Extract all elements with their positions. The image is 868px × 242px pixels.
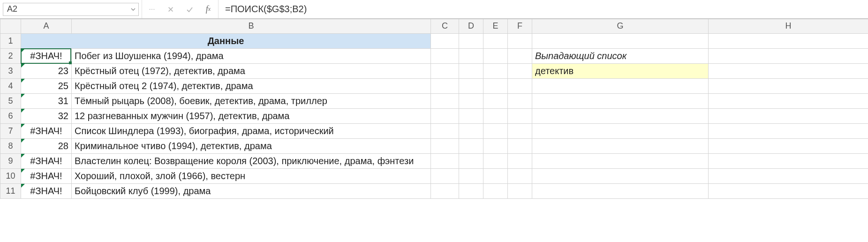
cell-C10[interactable] <box>431 168 459 183</box>
cell-E3[interactable] <box>483 63 508 78</box>
cell-A9[interactable]: #ЗНАЧ! <box>21 153 72 168</box>
cell-B10[interactable]: Хороший, плохой, злой (1966), вестерн <box>72 168 431 183</box>
row-header-9[interactable]: 9 <box>0 153 21 168</box>
cell-G4[interactable] <box>532 78 709 93</box>
row-header-3[interactable]: 3 <box>0 63 21 78</box>
cell-D10[interactable] <box>459 168 483 183</box>
row-header-6[interactable]: 6 <box>0 108 21 123</box>
cell-B7[interactable]: Список Шиндлера (1993), биография, драма… <box>72 123 431 138</box>
cell[interactable] <box>459 33 483 48</box>
row-header-2[interactable]: 2 <box>0 48 21 63</box>
cell-A11[interactable]: #ЗНАЧ! <box>21 183 72 198</box>
cell-F10[interactable] <box>508 168 532 183</box>
cell-E5[interactable] <box>483 93 508 108</box>
chevron-down-icon[interactable] <box>131 7 136 12</box>
cell-D5[interactable] <box>459 93 483 108</box>
cell[interactable] <box>709 33 868 48</box>
row-header-7[interactable]: 7 <box>0 123 21 138</box>
cell-G6[interactable] <box>532 108 709 123</box>
cell[interactable] <box>483 33 508 48</box>
column-header-C[interactable]: C <box>431 19 459 33</box>
data-header-cell[interactable]: Данные <box>21 33 431 48</box>
cell-E10[interactable] <box>483 168 508 183</box>
cell-G9[interactable] <box>532 153 709 168</box>
column-header-D[interactable]: D <box>459 19 483 33</box>
cell-H8[interactable] <box>709 138 868 153</box>
cell-C11[interactable] <box>431 183 459 198</box>
cell-E4[interactable] <box>483 78 508 93</box>
cell-B3[interactable]: Крёстный отец (1972), детектив, драма <box>72 63 431 78</box>
cell-H2[interactable] <box>709 48 868 63</box>
cancel-icon[interactable] <box>166 4 176 15</box>
cell-C5[interactable] <box>431 93 459 108</box>
cell-D2[interactable] <box>459 48 483 63</box>
cell[interactable] <box>431 33 459 48</box>
cell-F8[interactable] <box>508 138 532 153</box>
cell-C3[interactable] <box>431 63 459 78</box>
cell-A4[interactable]: 25 <box>21 78 72 93</box>
row-header-5[interactable]: 5 <box>0 93 21 108</box>
formula-input[interactable]: =ПОИСК($G$3;B2) <box>219 0 868 18</box>
cell-G2[interactable]: Выпадающий список <box>532 48 709 63</box>
row-header-4[interactable]: 4 <box>0 78 21 93</box>
cell-F2[interactable] <box>508 48 532 63</box>
cell-C8[interactable] <box>431 138 459 153</box>
cell-E2[interactable] <box>483 48 508 63</box>
column-header-G[interactable]: G <box>532 19 709 33</box>
cell-F3[interactable] <box>508 63 532 78</box>
cell-A7[interactable]: #ЗНАЧ! <box>21 123 72 138</box>
cell-G7[interactable] <box>532 123 709 138</box>
cell-H10[interactable] <box>709 168 868 183</box>
select-all-corner[interactable] <box>0 19 21 33</box>
expand-formula-bar-icon[interactable] <box>147 4 157 15</box>
cell-D7[interactable] <box>459 123 483 138</box>
cell-B6[interactable]: 12 разгневанных мужчин (1957), детектив,… <box>72 108 431 123</box>
cell-G11[interactable] <box>532 183 709 198</box>
cell-D4[interactable] <box>459 78 483 93</box>
cell-B4[interactable]: Крёстный отец 2 (1974), детектив, драма <box>72 78 431 93</box>
cell-A10[interactable]: #ЗНАЧ! <box>21 168 72 183</box>
insert-function-button[interactable]: fx <box>203 4 213 15</box>
cell-A8[interactable]: 28 <box>21 138 72 153</box>
enter-icon[interactable] <box>184 4 195 15</box>
cell-D8[interactable] <box>459 138 483 153</box>
cell-A6[interactable]: 32 <box>21 108 72 123</box>
cell-C9[interactable] <box>431 153 459 168</box>
cell-F4[interactable] <box>508 78 532 93</box>
cell-E6[interactable] <box>483 108 508 123</box>
cell-G5[interactable] <box>532 93 709 108</box>
cell-D6[interactable] <box>459 108 483 123</box>
cell[interactable] <box>508 33 532 48</box>
cell-H5[interactable] <box>709 93 868 108</box>
cell-B2[interactable]: Побег из Шоушенка (1994), драма <box>72 48 431 63</box>
cell-C2[interactable] <box>431 48 459 63</box>
cell-F7[interactable] <box>508 123 532 138</box>
cell[interactable] <box>532 33 709 48</box>
cell-B5[interactable]: Тёмный рыцарь (2008), боевик, детектив, … <box>72 93 431 108</box>
cell-E9[interactable] <box>483 153 508 168</box>
column-header-F[interactable]: F <box>508 19 532 33</box>
cell-C6[interactable] <box>431 108 459 123</box>
cell-E7[interactable] <box>483 123 508 138</box>
cell-H9[interactable] <box>709 153 868 168</box>
row-header-8[interactable]: 8 <box>0 138 21 153</box>
cell-D9[interactable] <box>459 153 483 168</box>
row-header-11[interactable]: 11 <box>0 183 21 198</box>
name-box[interactable]: A2 <box>3 3 139 16</box>
cell-C7[interactable] <box>431 123 459 138</box>
cell-F6[interactable] <box>508 108 532 123</box>
cell-F9[interactable] <box>508 153 532 168</box>
cell-C4[interactable] <box>431 78 459 93</box>
cell-H6[interactable] <box>709 108 868 123</box>
column-header-H[interactable]: H <box>709 19 868 33</box>
cell-E8[interactable] <box>483 138 508 153</box>
cell-G8[interactable] <box>532 138 709 153</box>
cell-A3[interactable]: 23 <box>21 63 72 78</box>
column-header-A[interactable]: A <box>21 19 72 33</box>
cell-H11[interactable] <box>709 183 868 198</box>
cell-B8[interactable]: Криминальное чтиво (1994), детектив, дра… <box>72 138 431 153</box>
cell-B9[interactable]: Властелин колец: Возвращение короля (200… <box>72 153 431 168</box>
cell-F5[interactable] <box>508 93 532 108</box>
cell-D11[interactable] <box>459 183 483 198</box>
column-header-E[interactable]: E <box>483 19 508 33</box>
